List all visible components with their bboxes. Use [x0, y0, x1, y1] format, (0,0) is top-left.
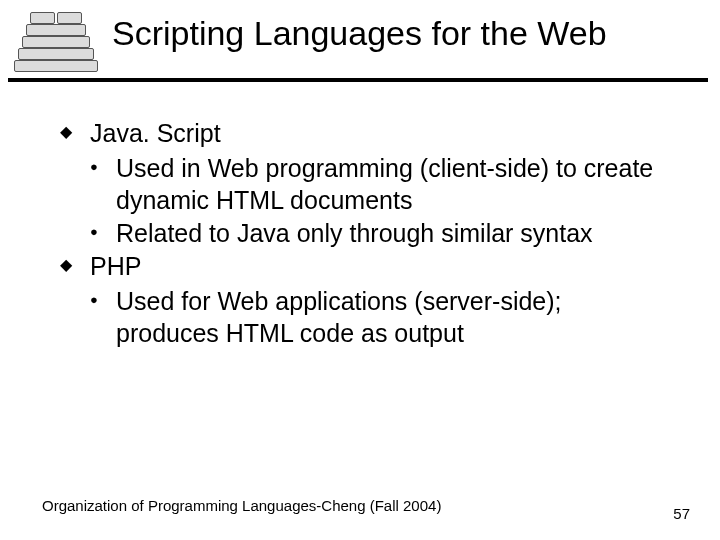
slide-body: Java. Script Used in Web programming (cl… [60, 118, 670, 351]
subbullet: Used in Web programming (client-side) to… [60, 153, 670, 216]
stack-logo-icon [8, 4, 103, 74]
subbullet-text: Related to Java only through similar syn… [116, 219, 593, 247]
slide-title: Scripting Languages for the Web [112, 14, 607, 53]
bullet-javascript: Java. Script [60, 118, 670, 149]
subbullet-text: Used for Web applications (server-side);… [116, 287, 562, 346]
subbullet-text: Used in Web programming (client-side) to… [116, 154, 653, 213]
bullet-label: Java. Script [90, 119, 221, 147]
header-divider [8, 78, 708, 82]
slide-header: Scripting Languages for the Web [0, 0, 720, 82]
subbullet: Used for Web applications (server-side);… [60, 286, 670, 349]
bullet-php: PHP [60, 251, 670, 282]
page-number: 57 [673, 505, 690, 522]
slide: Scripting Languages for the Web Java. Sc… [0, 0, 720, 540]
footer-text: Organization of Programming Languages-Ch… [42, 497, 441, 514]
bullet-label: PHP [90, 252, 141, 280]
subbullet: Related to Java only through similar syn… [60, 218, 670, 249]
